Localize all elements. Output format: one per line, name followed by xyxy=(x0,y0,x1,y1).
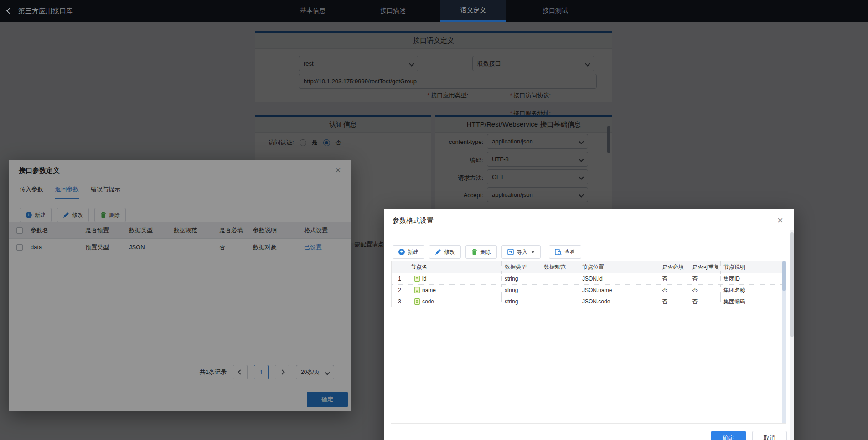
document-icon xyxy=(414,276,420,282)
tab-interface-test[interactable]: 接口测试 xyxy=(522,0,589,22)
modal-title: 参数格式设置 xyxy=(393,216,434,225)
cancel-button[interactable]: 取消 xyxy=(752,431,787,440)
table-scrollbar-thumb[interactable] xyxy=(782,261,786,291)
delete-button[interactable]: 删除 xyxy=(465,245,497,259)
modal-scrollbar-thumb[interactable] xyxy=(790,232,794,337)
row-index: 2 xyxy=(392,285,408,296)
plus-circle-icon: + xyxy=(398,249,405,255)
format-settings-modal: 参数格式设置 × + 新建 修改 删除 导入 查看 xyxy=(384,209,794,440)
confirm-button[interactable]: 确定 xyxy=(711,431,746,440)
node-name: code xyxy=(422,298,434,305)
create-button[interactable]: + 新建 xyxy=(393,245,424,259)
close-icon[interactable]: × xyxy=(777,215,783,225)
table-scrollbar-track[interactable] xyxy=(782,261,786,423)
row-index: 3 xyxy=(392,296,408,307)
tab-basic-info[interactable]: 基本信息 xyxy=(279,0,346,22)
node-table: 节点名 数据类型 数据规范 节点位置 是否必填 是否可重复 节点说明 1 id … xyxy=(391,261,782,307)
view-button[interactable]: 查看 xyxy=(549,245,581,259)
table-row[interactable]: 2 name string JSON.name 否 否 集团名称 xyxy=(392,285,782,296)
table-row[interactable]: 1 id string JSON.id 否 否 集团ID xyxy=(392,273,782,285)
import-button[interactable]: 导入 xyxy=(501,245,541,259)
top-nav-bar: 第三方应用接口库 基本信息 接口描述 语义定义 接口测试 xyxy=(0,0,868,22)
node-name: id xyxy=(422,276,426,282)
screen: 第三方应用接口库 基本信息 接口描述 语义定义 接口测试 接口语义定义 *接口访… xyxy=(0,0,868,440)
table-header-row: 节点名 数据类型 数据规范 节点位置 是否必填 是否可重复 节点说明 xyxy=(392,261,782,273)
import-icon xyxy=(507,249,514,255)
row-index: 1 xyxy=(392,273,408,284)
back-chevron-icon[interactable] xyxy=(6,8,13,14)
tab-interface-desc[interactable]: 接口描述 xyxy=(360,0,426,22)
document-icon xyxy=(414,298,420,305)
view-icon xyxy=(555,249,562,255)
trash-icon xyxy=(471,249,477,255)
table-row[interactable]: 3 code string JSON.code 否 否 集团编码 xyxy=(392,296,782,307)
edit-button[interactable]: 修改 xyxy=(429,245,461,259)
caret-down-icon xyxy=(531,251,535,253)
pencil-icon xyxy=(435,249,441,255)
modal-scrollbar-track[interactable] xyxy=(790,230,794,440)
node-name: name xyxy=(422,287,436,293)
document-icon xyxy=(414,287,420,293)
page-title: 第三方应用接口库 xyxy=(18,7,73,15)
back-nav[interactable]: 第三方应用接口库 xyxy=(7,0,73,22)
tab-semantic-def[interactable]: 语义定义 xyxy=(440,0,506,22)
